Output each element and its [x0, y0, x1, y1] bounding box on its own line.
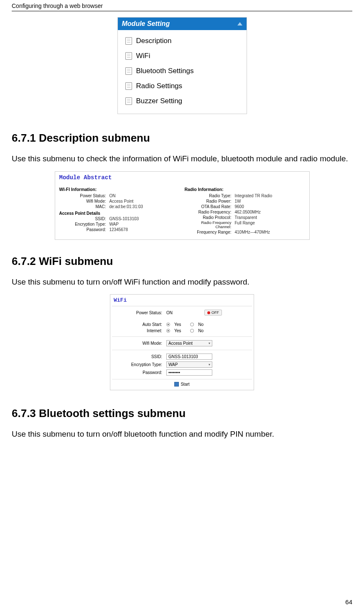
value: de:ad:be:01:31:03 — [109, 204, 143, 209]
label: Radio Type: — [185, 193, 235, 198]
label: MAC: — [59, 204, 109, 209]
chevron-up-icon — [237, 22, 242, 25]
text-672: Use this submenu to turn on/off WiFi fun… — [12, 277, 352, 287]
chevron-down-icon: ▾ — [209, 341, 210, 345]
module-setting-panel: Module Setting Description WiFi Bluetoot… — [117, 17, 247, 114]
document-icon — [125, 37, 132, 45]
menu-item-bluetooth[interactable]: Bluetooth Settings — [118, 64, 247, 79]
page-header: Configuring through a web browser — [12, 0, 352, 11]
ssid-input[interactable]: GNSS-1013103 — [166, 354, 212, 360]
document-icon — [125, 67, 132, 75]
module-setting-list: Description WiFi Bluetooth Settings Radi… — [118, 30, 247, 114]
menu-item-label: Bluetooth Settings — [136, 67, 194, 75]
value: Full Range — [235, 221, 255, 229]
label: Radio Frequency Channel: — [185, 221, 235, 229]
chevron-down-icon: ▾ — [209, 363, 210, 366]
yes-label: Yes — [174, 322, 181, 327]
save-icon — [174, 382, 179, 387]
heading-672: 6.7.2 WiFi submenu — [12, 255, 352, 268]
radio-info-column: Radio Information: Radio Type:Integrated… — [185, 187, 305, 235]
menu-item-radio[interactable]: Radio Settings — [118, 79, 247, 94]
value: Integrated TR Radio — [235, 193, 272, 198]
label: Radio Protocol: — [185, 215, 235, 220]
document-icon — [125, 52, 132, 60]
value: 9600 — [235, 204, 244, 209]
menu-item-wifi[interactable]: WiFi — [118, 48, 247, 64]
label: Frequency Range: — [185, 230, 235, 234]
module-abstract-figure: Module Abstract WI-FI Information: Power… — [55, 171, 310, 240]
label: Power Status: — [59, 193, 109, 198]
label: Radio Power: — [185, 199, 235, 203]
input-value: GNSS-1013103 — [168, 354, 198, 359]
off-icon — [207, 311, 210, 314]
label: Wifi Mode: — [112, 341, 166, 346]
label: OTA Baud Rate: — [185, 204, 235, 209]
radio-yes[interactable] — [166, 329, 170, 333]
value: 462.0500MHz — [235, 210, 261, 214]
input-value: •••••••• — [168, 370, 180, 375]
apd-head: Access Point Details — [59, 211, 180, 216]
module-setting-title: Module Setting — [122, 20, 170, 28]
menu-item-label: Buzzer Setting — [136, 97, 183, 105]
radio-yes[interactable] — [166, 323, 170, 326]
label: SSID: — [59, 216, 109, 221]
text-673: Use this submenu to turn on/off bluetoot… — [12, 429, 352, 439]
radio-info-head: Radio Information: — [185, 187, 305, 192]
value: GNSS-1013103 — [109, 216, 139, 221]
radio-no[interactable] — [190, 329, 194, 333]
heading-673: 6.7.3 Bluetooth settings submenu — [12, 407, 352, 420]
document-icon — [125, 97, 132, 105]
no-label: No — [198, 328, 204, 333]
menu-item-label: Radio Settings — [136, 82, 183, 90]
wifi-mode-select[interactable]: Access Point ▾ — [166, 340, 212, 346]
radio-no[interactable] — [190, 323, 194, 326]
password-input[interactable]: •••••••• — [166, 369, 212, 376]
off-label: OFF — [211, 310, 219, 315]
wifi-info-column: WI-FI Information: Power Status:ON Wifi … — [59, 187, 180, 235]
page-header-title: Configuring through a web browser — [12, 3, 103, 9]
select-value: Access Point — [168, 341, 193, 346]
wifi-info-head: WI-FI Information: — [59, 187, 180, 192]
menu-item-label: Description — [136, 37, 172, 45]
value: WAP — [109, 222, 119, 226]
select-value: WAP — [168, 362, 178, 367]
label: Password: — [59, 227, 109, 232]
label: Wifi Mode: — [59, 199, 109, 203]
module-abstract-title: Module Abstract — [59, 174, 305, 181]
label: Radio Frequency: — [185, 210, 235, 214]
menu-item-label: WiFi — [136, 52, 150, 60]
yes-label: Yes — [174, 328, 181, 333]
value: Transparent — [235, 215, 257, 220]
module-setting-header[interactable]: Module Setting — [118, 18, 247, 30]
page-number: 64 — [345, 598, 352, 605]
no-label: No — [198, 322, 204, 327]
menu-item-buzzer[interactable]: Buzzer Setting — [118, 94, 247, 109]
document-icon — [125, 82, 132, 90]
label: Internet: — [112, 328, 166, 333]
label: Password: — [112, 370, 166, 375]
heading-671: 6.7.1 Description submenu — [12, 132, 352, 145]
value: 410MHz---470MHz — [235, 230, 270, 234]
value: ON — [109, 193, 116, 198]
value: 12345678 — [109, 227, 128, 232]
label: SSID: — [112, 354, 166, 359]
label: Power Status: — [112, 310, 166, 315]
wifi-fig-title: WiFi — [112, 296, 252, 306]
label: Encryption Type: — [112, 362, 166, 367]
value: ON — [166, 310, 173, 315]
value: 1W — [235, 199, 241, 203]
label: Encryption Type: — [59, 222, 109, 226]
start-label: Start — [181, 382, 189, 387]
encryption-select[interactable]: WAP ▾ — [166, 361, 212, 368]
menu-item-description[interactable]: Description — [118, 33, 247, 48]
label: Auto Start: — [112, 322, 166, 327]
value: Access Point — [109, 199, 134, 203]
off-button[interactable]: OFF — [204, 310, 222, 315]
start-button[interactable]: Start — [174, 382, 189, 387]
wifi-figure: WiFi Power Status: ON OFF Auto Start: Ye… — [110, 294, 254, 390]
text-671: Use this submenu to check the informatio… — [12, 154, 352, 164]
